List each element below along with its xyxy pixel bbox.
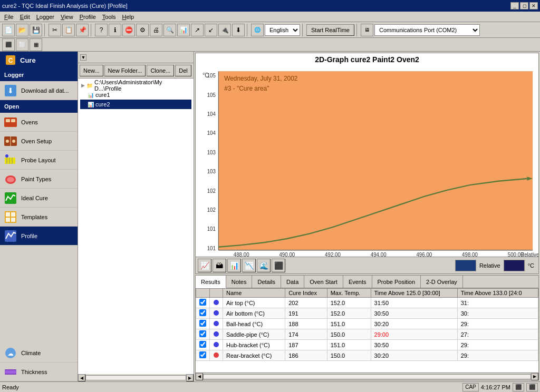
tb2-btn3[interactable]: ▦ (30, 38, 42, 51)
graph-tool-1[interactable]: 📈 (198, 259, 211, 272)
info-btn[interactable]: ℹ (109, 24, 121, 36)
row-check-2[interactable] (199, 309, 206, 316)
help-btn[interactable]: ? (95, 24, 108, 36)
graph-tool-2[interactable]: 🏔 (213, 259, 226, 272)
graph-color-btn-2[interactable] (504, 260, 525, 271)
scroll-right[interactable]: ▶ (186, 374, 194, 381)
tree-root[interactable]: ▶ 📁 C:\Users\Administrator\My D...\Profi… (80, 81, 191, 90)
results-hscroll-track[interactable] (203, 374, 531, 379)
copy-btn[interactable]: 📋 (62, 24, 75, 36)
language-select[interactable]: English (265, 24, 300, 36)
svg-text:101: 101 (207, 245, 216, 251)
zoom-btn[interactable]: 🔍 (163, 24, 176, 36)
sidebar-item-oven-setup[interactable]: Oven Setup (0, 132, 78, 151)
realtime-button[interactable]: Start RealTime (306, 24, 354, 36)
tab-details[interactable]: Details (252, 276, 281, 288)
restore-button[interactable]: ◻ (520, 2, 528, 9)
stop-btn[interactable]: ⛔ (122, 24, 135, 36)
tab-events[interactable]: Events (343, 276, 372, 288)
menu-help[interactable]: Help (119, 13, 138, 21)
graph-container: Wednesday, July 31, 2002 #3 - "Cure area… (196, 65, 538, 257)
new-btn[interactable]: New... (80, 65, 103, 76)
sidebar-item-climate[interactable]: ☁ Climate (0, 344, 78, 362)
menu-logger[interactable]: Logger (33, 13, 57, 21)
new-folder-btn[interactable]: New Folder... (104, 65, 146, 76)
save-btn[interactable]: 💾 (30, 24, 42, 36)
graph-toolbar: 📈 🏔 📊 📉 🌊 ⬛ Relative °C (196, 257, 538, 273)
com-port-select[interactable]: Communications Port (COM2) (374, 24, 480, 36)
tb2-btn2[interactable]: ⬜ (16, 38, 28, 51)
sidebar-item-paint-types[interactable]: Paint Types (0, 170, 78, 189)
tree-item-cure2[interactable]: 📊 cure2 (80, 100, 191, 109)
sep3 (247, 24, 249, 36)
graph-tool-6[interactable]: ⬛ (272, 259, 285, 272)
tab-oven-start[interactable]: Oven Start (304, 276, 343, 288)
flag-icon: 🌐 (251, 24, 264, 36)
svg-rect-5 (6, 119, 10, 122)
sidebar-item-profile[interactable]: Profile (0, 227, 78, 246)
svg-text:⬇: ⬇ (7, 86, 14, 95)
sidebar-item-templates[interactable]: Templates (0, 208, 78, 227)
hscroll-track[interactable] (85, 375, 186, 380)
close-button[interactable]: ✕ (529, 2, 538, 9)
tab-data[interactable]: Data (281, 276, 304, 288)
svg-text:498.00: 498.00 (462, 252, 478, 257)
row-cure-5: 187 (285, 340, 327, 350)
graph-tool-4[interactable]: 📉 (242, 259, 256, 272)
connect-btn[interactable]: 🔌 (218, 24, 231, 36)
row-check-1[interactable] (199, 299, 206, 306)
minimize-button[interactable]: _ (510, 2, 519, 9)
tb2-btn1[interactable]: ⬛ (2, 38, 15, 51)
new-file-btn[interactable]: 📄 (2, 24, 15, 36)
row-check-3[interactable] (199, 320, 206, 327)
svg-rect-11 (5, 158, 15, 164)
menu-edit[interactable]: Edit (17, 13, 33, 21)
row-check-6[interactable] (199, 351, 206, 358)
import-btn[interactable]: ↙ (205, 24, 217, 36)
svg-text:103: 103 (207, 149, 216, 155)
svg-text:Wednesday, July 31, 2002: Wednesday, July 31, 2002 (224, 75, 297, 83)
cut-btn[interactable]: ✂ (49, 24, 61, 36)
svg-text:C: C (8, 57, 13, 64)
sidebar-item-download[interactable]: ⬇ Download all dat... (0, 81, 78, 100)
svg-text:103: 103 (207, 169, 216, 175)
tab-notes[interactable]: Notes (226, 276, 253, 288)
print-btn[interactable]: 🖨 (150, 24, 162, 36)
row-check-4[interactable] (199, 330, 206, 337)
sidebar-item-thickness[interactable]: Thickness (0, 362, 78, 381)
export-btn[interactable]: ↗ (191, 24, 204, 36)
svg-point-58 (214, 342, 219, 347)
paste-btn[interactable]: 📌 (76, 24, 89, 36)
clone-btn[interactable]: Clone... (147, 65, 174, 76)
tab-2d-overlay[interactable]: 2-D Overlay (421, 276, 463, 288)
menu-tools[interactable]: Tools (99, 13, 119, 21)
chart-btn[interactable]: 📊 (177, 24, 190, 36)
settings-btn[interactable]: ⚙ (136, 24, 149, 36)
row-temp-1: 152.0 (327, 298, 371, 308)
svg-point-56 (214, 321, 219, 326)
scroll-left[interactable]: ◀ (78, 374, 85, 381)
del-btn[interactable]: Del (175, 65, 191, 76)
download-btn[interactable]: ⬇ (232, 24, 245, 36)
menu-file[interactable]: File (1, 13, 17, 21)
graph-tool-5[interactable]: 🌊 (257, 259, 271, 272)
graph-tool-3[interactable]: 📊 (227, 259, 241, 272)
graph-color-btn-1[interactable] (455, 260, 476, 271)
results-scroll-right[interactable]: ▶ (531, 373, 538, 380)
menu-profile[interactable]: Profile (76, 13, 99, 21)
sidebar-item-ideal-cure[interactable]: Ideal Cure (0, 189, 78, 208)
sidebar-item-ovens[interactable]: Ovens (0, 113, 78, 132)
results-scroll-left[interactable]: ◀ (196, 373, 203, 380)
tab-results[interactable]: Results (196, 276, 226, 288)
row-check-5[interactable] (199, 341, 206, 348)
sidebar-header: C Cure (0, 52, 78, 68)
menu-view[interactable]: View (57, 13, 76, 21)
panel-minimize-btn[interactable]: ▼ (80, 54, 86, 61)
sidebar-item-probe-layout[interactable]: Probe Layout (0, 151, 78, 170)
tab-probe-position[interactable]: Probe Position (372, 276, 421, 288)
open-btn[interactable]: 📂 (16, 24, 28, 36)
main-area: C Cure Logger ⬇ Download all dat... Open… (0, 52, 540, 381)
results-scrollbar: ◀ ▶ (196, 373, 538, 380)
results-data-table: Name Cure Index Max. Temp. Time Above 12… (196, 288, 538, 361)
menu-bar: File Edit Logger View Profile Tools Help (0, 12, 540, 22)
